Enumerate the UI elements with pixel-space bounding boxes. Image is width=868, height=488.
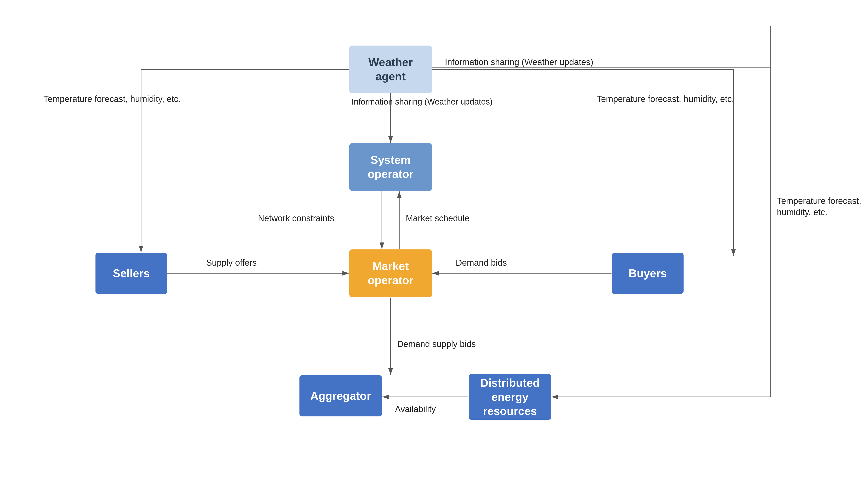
sellers-node: Sellers bbox=[95, 253, 167, 294]
temp-forecast-right-top-label: Temperature forecast, humidity, etc. bbox=[597, 93, 734, 104]
info-sharing-down-label: Information sharing (Weather updates) bbox=[351, 97, 493, 107]
der-node: Distributed energy resources bbox=[469, 374, 551, 420]
temp-forecast-left-label: Temperature forecast, humidity, etc. bbox=[43, 93, 181, 104]
temp-forecast-far-right-label: Temperature forecast, humidity, etc. bbox=[777, 195, 868, 218]
demand-bids-label: Demand bids bbox=[456, 257, 507, 268]
arrows-svg bbox=[0, 0, 868, 488]
buyers-label: Buyers bbox=[629, 266, 667, 281]
supply-offers-label: Supply offers bbox=[206, 257, 257, 268]
market-schedule-label: Market schedule bbox=[406, 213, 469, 224]
weather-agent-node: Weather agent bbox=[349, 45, 432, 93]
info-sharing-right-label: Information sharing (Weather updates) bbox=[445, 56, 593, 68]
network-constraints-label: Network constraints bbox=[243, 213, 334, 224]
demand-supply-bids-label: Demand supply bids bbox=[397, 338, 476, 350]
weather-agent-label: Weather agent bbox=[356, 55, 425, 84]
aggregator-node: Aggregator bbox=[300, 375, 382, 416]
der-label: Distributed energy resources bbox=[475, 376, 545, 418]
system-operator-label: System operator bbox=[356, 153, 425, 181]
system-operator-node: System operator bbox=[349, 143, 432, 191]
market-operator-label: Market operator bbox=[356, 259, 425, 287]
market-operator-node: Market operator bbox=[349, 250, 432, 297]
availability-label: Availability bbox=[395, 403, 436, 415]
sellers-label: Sellers bbox=[113, 266, 150, 281]
aggregator-label: Aggregator bbox=[310, 389, 371, 403]
diagram-container: Weather agent System operator Market ope… bbox=[0, 0, 868, 488]
buyers-node: Buyers bbox=[612, 253, 684, 294]
